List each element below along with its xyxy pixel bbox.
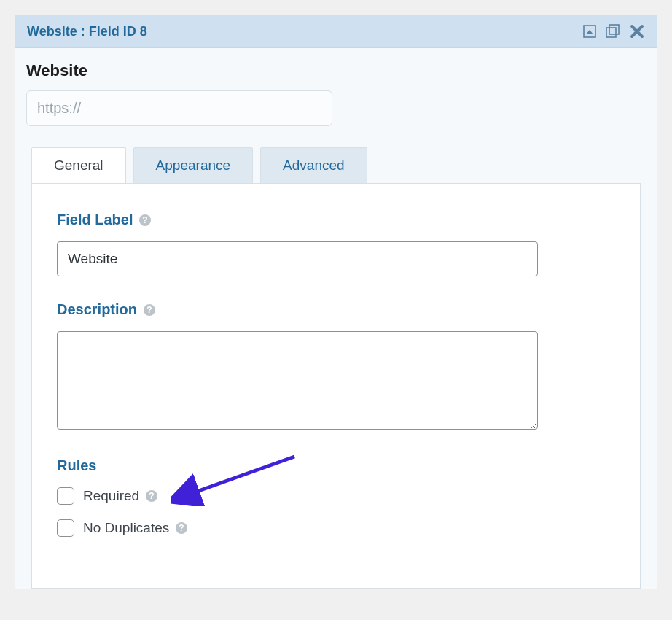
field-label-text: Field Label: [57, 212, 133, 228]
rules-section-title: Rules: [57, 457, 615, 474]
description-section-title: Description ?: [57, 301, 615, 318]
required-label: Required ?: [83, 488, 158, 504]
panel-body: Website General Appearance Advanced Fiel…: [15, 48, 657, 589]
no-duplicates-label: No Duplicates ?: [83, 520, 188, 536]
panel-actions: [582, 23, 645, 40]
required-checkbox[interactable]: [57, 487, 74, 505]
description-textarea[interactable]: [57, 331, 538, 430]
field-preview-input[interactable]: [26, 90, 332, 126]
field-settings-panel: Website : Field ID 8 Website General App…: [15, 15, 657, 589]
svg-text:?: ?: [179, 523, 184, 533]
required-row: Required ?: [57, 487, 615, 505]
svg-text:?: ?: [143, 215, 148, 225]
tab-advanced[interactable]: Advanced: [260, 147, 367, 184]
tab-general[interactable]: General: [31, 147, 126, 184]
no-duplicates-checkbox[interactable]: [57, 519, 74, 537]
svg-text:?: ?: [146, 305, 152, 315]
help-icon[interactable]: ?: [138, 214, 152, 227]
description-text: Description: [57, 301, 137, 318]
field-label-section-title: Field Label ?: [57, 212, 615, 228]
help-icon[interactable]: ?: [143, 303, 156, 317]
collapse-icon[interactable]: [582, 24, 597, 39]
panel-title: Website : Field ID 8: [27, 24, 582, 39]
tabs-container: General Appearance Advanced Field Label …: [26, 147, 646, 589]
field-label-input[interactable]: [57, 241, 538, 276]
svg-text:?: ?: [149, 491, 154, 501]
no-duplicates-row: No Duplicates ?: [57, 519, 615, 537]
panel-header: Website : Field ID 8: [15, 15, 657, 48]
tab-appearance[interactable]: Appearance: [133, 147, 253, 184]
duplicate-icon[interactable]: [604, 23, 622, 40]
tab-panel-general: Field Label ? Description ? Rules: [31, 183, 641, 589]
tab-list: General Appearance Advanced: [31, 147, 641, 184]
svg-rect-2: [606, 28, 616, 37]
field-preview-label: Website: [26, 61, 646, 80]
required-label-text: Required: [83, 488, 139, 504]
close-icon[interactable]: [629, 23, 645, 39]
help-icon[interactable]: ?: [175, 522, 188, 535]
svg-rect-1: [609, 25, 619, 34]
help-icon[interactable]: ?: [145, 489, 158, 503]
no-duplicates-label-text: No Duplicates: [83, 520, 169, 536]
rules-text: Rules: [57, 457, 96, 474]
